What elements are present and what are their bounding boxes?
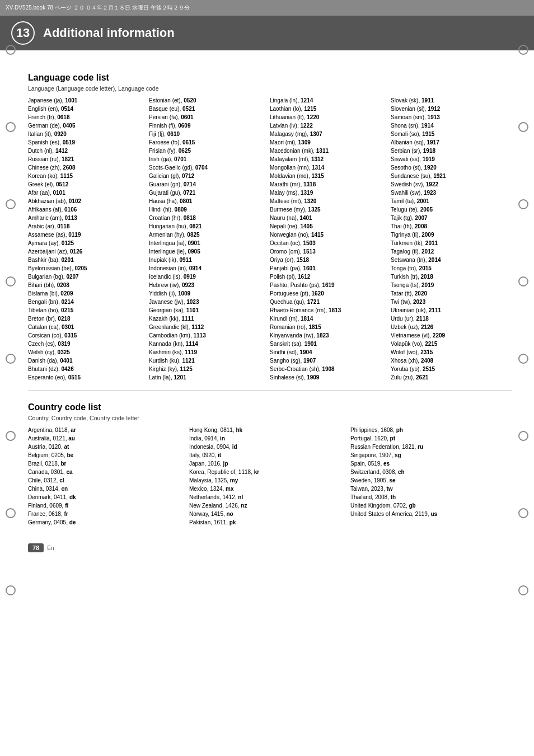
chapter-number: 13	[11, 21, 35, 45]
list-item: Inupiak (ik), 0911	[149, 256, 264, 264]
list-item: Kannada (kn), 1114	[149, 340, 264, 348]
list-item: Arabic (ar), 0118	[28, 222, 143, 231]
page-header: 13 Additional information	[0, 16, 534, 50]
list-item: Australia, 0121, au	[28, 434, 184, 443]
list-item: Indonesian (in), 0914	[149, 264, 264, 273]
list-item: Greenlandic (kl), 1112	[149, 323, 264, 331]
list-item: Taiwan, 2023, tw	[350, 485, 506, 493]
list-item: Sesotho (st), 1920	[391, 163, 506, 172]
language-code-columns: Japanese (ja), 1001English (en), 0514Fre…	[28, 96, 512, 382]
column-2: Lingala (ln), 1214Laothian (lo), 1215Lit…	[270, 96, 391, 382]
list-item: Greek (el), 0512	[28, 180, 143, 189]
list-item: Finland, 0609, fi	[28, 501, 184, 510]
list-item: Esperanto (eo), 0515	[28, 373, 143, 382]
list-item: Chinese (zh), 2608	[28, 163, 143, 172]
list-item: Byelorussian (be), 0205	[28, 264, 143, 273]
list-item: Nauru (na), 1401	[270, 214, 385, 222]
list-item: Czech (cs), 0319	[28, 340, 143, 348]
list-item: Yoruba (yo), 2515	[391, 365, 506, 373]
list-item: Rhaeto-Romance (rm), 1813	[270, 306, 385, 314]
list-item: Volapük (vo), 2215	[391, 340, 506, 348]
list-item: Abkhazian (ab), 0102	[28, 197, 143, 205]
list-item: Malayalam (ml), 1312	[270, 155, 385, 163]
list-item: Oromo (om), 1513	[270, 247, 385, 256]
list-item: Basque (eu), 0521	[149, 105, 264, 113]
language-code-subtitle: Language (Language code letter), Languag…	[28, 85, 512, 92]
list-item: Bengali (bn), 0214	[28, 298, 143, 306]
list-item: Hebrew (iw), 0923	[149, 281, 264, 289]
list-item: Occitan (oc), 1503	[270, 239, 385, 247]
list-item: France, 0618, fr	[28, 510, 184, 518]
language-code-section: Language code list Language (Language co…	[28, 73, 512, 382]
list-item: Tonga (to), 2015	[391, 264, 506, 273]
list-item: Sangho (sg), 1907	[270, 356, 385, 365]
list-item: Russian (ru), 1821	[28, 155, 143, 163]
list-item: Finnish (fi), 0609	[149, 121, 264, 130]
list-item: New Zealand, 1426, nz	[189, 501, 345, 510]
list-item: Thailand, 2008, th	[350, 493, 506, 501]
list-item: Kashmiri (ks), 1119	[149, 348, 264, 356]
list-item: Twi (tw), 2023	[391, 298, 506, 306]
list-item: Chile, 0312, cl	[28, 476, 184, 485]
list-item: Tagalog (tl), 2012	[391, 247, 506, 256]
list-item: Maori (mi), 1309	[270, 138, 385, 147]
list-item: Spain, 0519, es	[350, 459, 506, 468]
list-item: Turkish (tr), 2018	[391, 273, 506, 281]
list-item: Hong Kong, 0811, hk	[189, 426, 345, 434]
list-item: Mongolian (mn), 1314	[270, 163, 385, 172]
list-item: Irish (ga), 0701	[149, 155, 264, 163]
list-item: India, 0914, in	[189, 434, 345, 443]
list-item: Frisian (fy), 0625	[149, 147, 264, 155]
language-indicator: En	[47, 545, 54, 551]
list-item: English (en), 0514	[28, 105, 143, 113]
list-item: Hausa (ha), 0801	[149, 197, 264, 205]
top-bar: XV-DV525.book 78 ページ ２０ ０４年２月１８日 水曜日 午後２…	[0, 0, 534, 16]
list-item: Japanese (ja), 1001	[28, 96, 143, 105]
list-item: Georgian (ka), 1101	[149, 306, 264, 314]
list-item: Austria, 0120, at	[28, 443, 184, 451]
list-item: Armenian (hy), 0825	[149, 231, 264, 239]
list-item: Macedonian (mk), 1311	[270, 147, 385, 155]
list-item: Burmese (my), 1325	[270, 205, 385, 214]
list-item: Laothian (lo), 1215	[270, 105, 385, 113]
list-item: Albanian (sq), 1917	[391, 138, 506, 147]
list-item: Bislama (bi), 0209	[28, 289, 143, 298]
list-item: Guarani (gn), 0714	[149, 180, 264, 189]
list-item: Danish (da), 0401	[28, 356, 143, 365]
list-item: Galician (gl), 0712	[149, 172, 264, 180]
language-code-title: Language code list	[28, 73, 512, 83]
column-2: Philippines, 1608, phPortugal, 1620, ptR…	[350, 426, 512, 527]
list-item: Dutch (nl), 1412	[28, 147, 143, 155]
list-item: Somali (so), 1915	[391, 130, 506, 138]
country-code-columns: Argentina, 0118, arAustralia, 0121, auAu…	[28, 426, 512, 527]
list-item: Maltese (mt), 1320	[270, 197, 385, 205]
list-item: Persian (fa), 0601	[149, 113, 264, 121]
column-1: Hong Kong, 0811, hkIndia, 0914, inIndone…	[189, 426, 350, 527]
list-item: Germany, 0405, de	[28, 518, 184, 527]
list-item: Pashto, Pushto (ps), 1619	[270, 281, 385, 289]
list-item: Argentina, 0118, ar	[28, 426, 184, 434]
list-item: Yiddish (ji), 1009	[149, 289, 264, 298]
list-item: Urdu (ur), 2118	[391, 314, 506, 323]
list-item: Setswana (tn), 2014	[391, 256, 506, 264]
list-item: Bashkir (ba), 0201	[28, 256, 143, 264]
list-item: Quechua (qu), 1721	[270, 298, 385, 306]
list-item: Spanish (es), 0519	[28, 138, 143, 147]
column-3: Slovak (sk), 1911Slovenian (sl), 1912Sam…	[391, 96, 512, 382]
list-item: German (de), 0405	[28, 121, 143, 130]
list-item: Croatian (hr), 0818	[149, 214, 264, 222]
binding-holes-right	[518, 45, 528, 595]
list-item: Gujarati (gu), 0721	[149, 189, 264, 197]
column-1: Estonian (et), 0520Basque (eu), 0521Pers…	[149, 96, 270, 382]
list-item: Breton (br), 0218	[28, 314, 143, 323]
list-item: Switzerland, 0308, ch	[350, 468, 506, 476]
list-item: Xhosa (xh), 2408	[391, 356, 506, 365]
list-item: Azerbaijani (az), 0126	[28, 247, 143, 256]
list-item: Javanese (jw), 1023	[149, 298, 264, 306]
list-item: Ukrainian (uk), 2111	[391, 306, 506, 314]
list-item: Faroese (fo), 0615	[149, 138, 264, 147]
list-item: Bhutani (dz), 0426	[28, 365, 143, 373]
list-item: Mexico, 1324, mx	[189, 485, 345, 493]
list-item: Indonesia, 0904, id	[189, 443, 345, 451]
list-item: Catalan (ca), 0301	[28, 323, 143, 331]
